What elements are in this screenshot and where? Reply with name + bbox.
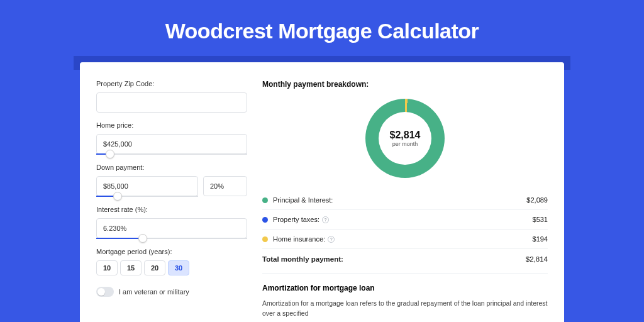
down-payment-label: Down payment: xyxy=(96,164,247,171)
breakdown-value: $194 xyxy=(533,235,548,243)
info-icon[interactable]: ? xyxy=(328,236,335,243)
donut-amount: $2,814 xyxy=(390,130,421,141)
period-button-30[interactable]: 30 xyxy=(168,260,189,275)
taxes-dot-icon xyxy=(262,217,268,223)
period-button-15[interactable]: 15 xyxy=(120,260,142,275)
breakdown-label: Principal & Interest: xyxy=(273,196,526,204)
interest-field-group: Interest rate (%): xyxy=(96,206,247,239)
donut-sublabel: per month xyxy=(392,141,418,147)
period-button-10[interactable]: 10 xyxy=(96,260,118,275)
total-row: Total monthly payment: $2,814 xyxy=(262,248,548,270)
breakdown-column: Monthly payment breakdown: $2,814 per mo… xyxy=(262,80,548,322)
total-value: $2,814 xyxy=(526,255,548,263)
breakdown-value: $2,089 xyxy=(526,196,548,204)
breakdown-legend: Principal & Interest:$2,089Property taxe… xyxy=(262,191,548,248)
interest-slider-thumb[interactable] xyxy=(138,234,147,243)
total-label: Total monthly payment: xyxy=(262,255,526,263)
principal-dot-icon xyxy=(262,197,268,203)
breakdown-row: Principal & Interest:$2,089 xyxy=(262,191,548,209)
zip-field-group: Property Zip Code: xyxy=(96,80,247,113)
donut-center: $2,814 per month xyxy=(379,112,431,165)
breakdown-label: Property taxes: ? xyxy=(273,216,533,223)
home-price-label: Home price: xyxy=(96,121,247,129)
period-field-group: Mortgage period (years): 10152030 xyxy=(96,248,247,275)
breakdown-title: Monthly payment breakdown: xyxy=(262,80,548,89)
amortization-body: Amortization for a mortgage loan refers … xyxy=(262,299,548,319)
home-price-slider[interactable] xyxy=(96,153,247,155)
period-buttons: 10152030 xyxy=(96,260,247,275)
breakdown-value: $531 xyxy=(533,216,548,223)
period-label: Mortgage period (years): xyxy=(96,248,247,255)
veteran-row: I am veteran or military xyxy=(96,287,247,297)
interest-slider[interactable] xyxy=(96,238,247,239)
home-price-field-group: Home price: xyxy=(96,121,247,155)
amortization-title: Amortization for mortgage loan xyxy=(262,284,548,292)
home-price-slider-thumb[interactable] xyxy=(106,150,114,158)
breakdown-row: Property taxes: ?$531 xyxy=(262,209,548,229)
down-payment-field-group: Down payment: xyxy=(96,164,247,197)
breakdown-row: Home insurance: ?$194 xyxy=(262,229,548,248)
donut-chart-wrap: $2,814 per month xyxy=(262,95,548,187)
interest-label: Interest rate (%): xyxy=(96,206,247,213)
down-payment-slider[interactable] xyxy=(96,196,198,197)
veteran-toggle[interactable] xyxy=(96,287,114,297)
home-price-input[interactable] xyxy=(96,134,247,154)
calculator-panel: Property Zip Code: Home price: Down paym… xyxy=(80,62,564,322)
veteran-label: I am veteran or military xyxy=(119,288,189,296)
zip-label: Property Zip Code: xyxy=(96,80,247,87)
info-icon[interactable]: ? xyxy=(322,216,329,223)
period-button-20[interactable]: 20 xyxy=(144,260,165,275)
down-payment-slider-thumb[interactable] xyxy=(113,192,122,201)
page-title: Woodcrest Mortgage Calculator xyxy=(0,19,644,43)
interest-input[interactable] xyxy=(96,218,247,238)
down-payment-percent-input[interactable] xyxy=(203,176,247,196)
amortization-section: Amortization for mortgage loan Amortizat… xyxy=(262,273,548,319)
down-payment-amount-input[interactable] xyxy=(96,176,198,196)
insurance-dot-icon xyxy=(262,236,268,242)
zip-input[interactable] xyxy=(96,92,247,113)
donut-chart: $2,814 per month xyxy=(365,99,445,178)
breakdown-label: Home insurance: ? xyxy=(273,235,533,243)
inputs-column: Property Zip Code: Home price: Down paym… xyxy=(96,80,247,322)
interest-slider-fill xyxy=(96,238,143,239)
